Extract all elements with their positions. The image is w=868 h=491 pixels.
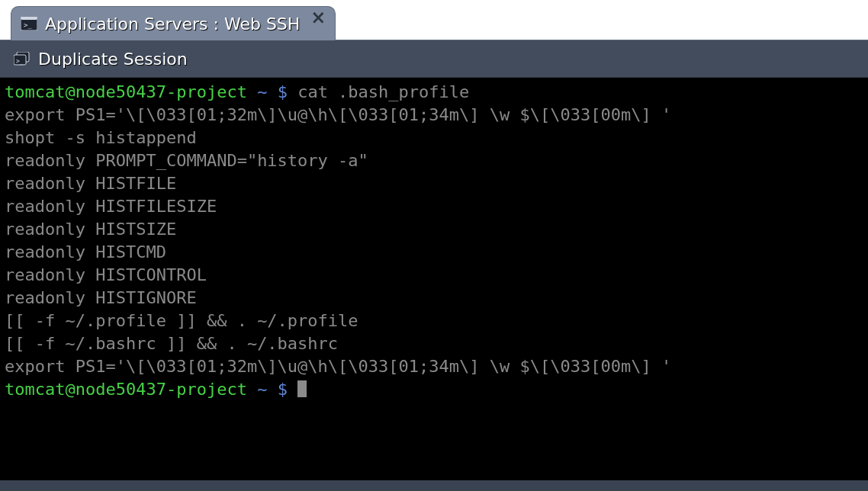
prompt-user-host: tomcat@node50437-project: [5, 380, 247, 399]
prompt-path: ~: [257, 82, 267, 101]
terminal-line: readonly HISTFILE: [5, 174, 176, 193]
tab-web-ssh[interactable]: >_ Application Servers : Web SSH ×: [11, 6, 336, 40]
svg-text:>_: >_: [16, 58, 24, 65]
svg-text:>_: >_: [24, 21, 32, 29]
prompt-user-host: tomcat@node50437-project: [5, 82, 247, 101]
panel: >_ Duplicate Session tomcat@node50437-pr…: [0, 40, 868, 480]
terminal-line: readonly HISTIGNORE: [5, 288, 197, 307]
terminal-icon: >_: [21, 17, 37, 30]
terminal-line: readonly HISTCONTROL: [5, 265, 207, 284]
close-icon[interactable]: ×: [310, 8, 326, 27]
prompt-symbol: $: [278, 82, 288, 101]
terminal-line: export PS1='\[\033[01;32m\]\u@\h\[\033[0…: [5, 105, 671, 124]
terminal-line: export PS1='\[\033[01;32m\]\u@\h\[\033[0…: [5, 357, 671, 376]
duplicate-session-button[interactable]: Duplicate Session: [38, 50, 188, 69]
tab-title: Application Servers : Web SSH: [45, 14, 300, 34]
terminal-line: shopt -s histappend: [5, 128, 197, 147]
terminal-line: [[ -f ~/.bashrc ]] && . ~/.bashrc: [5, 334, 338, 353]
terminal-line: readonly HISTCMD: [5, 242, 166, 262]
tab-strip: >_ Application Servers : Web SSH ×: [0, 0, 868, 40]
prompt-path: ~: [257, 380, 267, 399]
toolbar: >_ Duplicate Session: [0, 40, 868, 78]
prompt-symbol: $: [278, 380, 288, 399]
duplicate-session-icon: >_: [14, 52, 31, 66]
svg-rect-1: [21, 17, 37, 20]
terminal-command: cat .bash_profile: [297, 82, 469, 101]
terminal-output[interactable]: tomcat@node50437-project ~ $ cat .bash_p…: [0, 78, 868, 480]
terminal-line: readonly HISTFILESIZE: [5, 197, 217, 216]
terminal-line: readonly PROMPT_COMMAND="history -a": [5, 151, 368, 170]
terminal-line: [[ -f ~/.profile ]] && . ~/.profile: [5, 311, 358, 330]
terminal-cursor: [297, 380, 307, 397]
terminal-line: readonly HISTSIZE: [5, 220, 176, 239]
